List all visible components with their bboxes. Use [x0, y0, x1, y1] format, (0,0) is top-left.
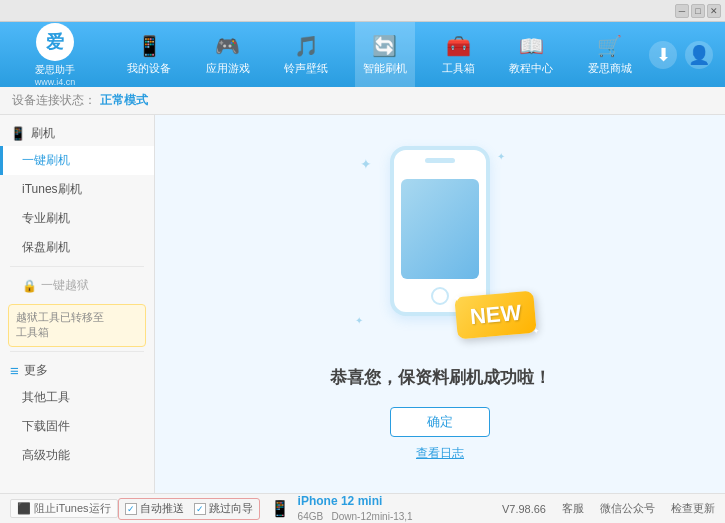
nav-tutorial[interactable]: 📖 教程中心 — [501, 22, 561, 87]
nav-mall[interactable]: 🛒 爱思商城 — [580, 22, 640, 87]
bottom-right: V7.98.66 客服 微信公众号 检查更新 — [502, 501, 715, 516]
sparkle-1: ✦ — [360, 156, 372, 172]
sidebar-item-pro-flash[interactable]: 专业刷机 — [0, 204, 154, 233]
minimize-btn[interactable]: ─ — [675, 4, 689, 18]
logo-icon: 爱 — [36, 23, 74, 61]
header: 爱 爱思助手 www.i4.cn 📱 我的设备 🎮 应用游戏 🎵 铃声壁纸 🔄 … — [0, 22, 725, 87]
toolbox-icon: 🧰 — [446, 34, 471, 58]
bottom-device: 📱 iPhone 12 mini 64GB Down-12mini-13,1 — [270, 494, 502, 523]
bottom-bar: ⬛ 阻止iTunes运行 ✓ 自动推送 ✓ 跳过向导 📱 iPhone 12 m… — [0, 493, 725, 523]
maximize-btn[interactable]: □ — [691, 4, 705, 18]
sidebar: 📱 刷机 一键刷机 iTunes刷机 专业刷机 保盘刷机 🔒 一键越狱 越狱工具… — [0, 115, 155, 493]
sparkle-2: ✦ — [497, 151, 505, 162]
close-btn[interactable]: ✕ — [707, 4, 721, 18]
phone-home-btn — [431, 287, 449, 305]
skip-wizard-box[interactable]: ✓ — [194, 503, 206, 515]
check-update-link[interactable]: 检查更新 — [671, 501, 715, 516]
device-info: iPhone 12 mini 64GB Down-12mini-13,1 — [298, 494, 413, 523]
sidebar-item-itunes-flash[interactable]: iTunes刷机 — [0, 175, 154, 204]
sidebar-section-more: ≡ 更多 — [0, 356, 154, 383]
auto-push-checkbox[interactable]: ✓ 自动推送 — [125, 501, 184, 516]
sidebar-item-one-click-flash[interactable]: 一键刷机 — [0, 146, 154, 175]
download-button[interactable]: ⬇ — [649, 41, 677, 69]
sidebar-item-jailbreak: 🔒 一键越狱 — [0, 271, 154, 300]
more-section-icon: ≡ — [10, 362, 19, 379]
sidebar-item-save-data-flash[interactable]: 保盘刷机 — [0, 233, 154, 262]
sparkle-3: ✦ — [355, 315, 363, 326]
logo-subtitle: 爱思助手 www.i4.cn — [35, 63, 76, 87]
phone-screen — [401, 179, 479, 279]
app-game-icon: 🎮 — [215, 34, 240, 58]
content-area: ✦ ✦ ✦ ✦ NEW ✦ 恭喜您，保资料刷机成功啦！ 确定 查看日志 — [155, 115, 725, 493]
nav-toolbox[interactable]: 🧰 工具箱 — [434, 22, 483, 87]
device-icon: 📱 — [270, 499, 290, 518]
flash-section-icon: 📱 — [10, 126, 26, 141]
success-text: 恭喜您，保资料刷机成功啦！ — [330, 366, 551, 389]
new-badge: ✦ NEW ✦ — [454, 291, 537, 340]
nav-bar: 📱 我的设备 🎮 应用游戏 🎵 铃声壁纸 🔄 智能刷机 🧰 工具箱 📖 教程中心… — [110, 22, 649, 87]
nav-ringtone[interactable]: 🎵 铃声壁纸 — [276, 22, 336, 87]
bottom-checkboxes: ✓ 自动推送 ✓ 跳过向导 — [118, 498, 260, 520]
stop-icon: ⬛ — [17, 502, 31, 515]
nav-smart-flash[interactable]: 🔄 智能刷机 — [355, 22, 415, 87]
nav-app-game[interactable]: 🎮 应用游戏 — [198, 22, 258, 87]
wechat-link[interactable]: 微信公众号 — [600, 501, 655, 516]
sidebar-divider-1 — [10, 266, 144, 267]
version-label: V7.98.66 — [502, 503, 546, 515]
logo-area: 爱 爱思助手 www.i4.cn — [0, 22, 110, 87]
sidebar-divider-2 — [10, 351, 144, 352]
sidebar-item-download-firmware[interactable]: 下载固件 — [0, 412, 154, 441]
status-bar: 设备连接状态： 正常模式 — [0, 87, 725, 115]
skip-wizard-checkbox[interactable]: ✓ 跳过向导 — [194, 501, 253, 516]
view-log-link[interactable]: 查看日志 — [416, 445, 464, 462]
mall-icon: 🛒 — [597, 34, 622, 58]
sidebar-item-other-tools[interactable]: 其他工具 — [0, 383, 154, 412]
my-device-icon: 📱 — [137, 34, 162, 58]
title-bar: ─ □ ✕ — [0, 0, 725, 22]
customer-service-link[interactable]: 客服 — [562, 501, 584, 516]
smart-flash-icon: 🔄 — [372, 34, 397, 58]
phone-illustration: ✦ ✦ ✦ ✦ NEW ✦ — [350, 146, 530, 346]
phone-speaker — [425, 158, 455, 163]
nav-right: ⬇ 👤 — [649, 41, 725, 69]
confirm-button[interactable]: 确定 — [390, 407, 490, 437]
sidebar-warning-box: 越狱工具已转移至工具箱 — [8, 304, 146, 347]
badge-star-2: ✦ — [532, 326, 540, 336]
phone-body — [390, 146, 490, 316]
badge-star-1: ✦ — [452, 292, 461, 304]
stop-itunes-btn[interactable]: ⬛ 阻止iTunes运行 — [10, 499, 118, 518]
sidebar-item-advanced[interactable]: 高级功能 — [0, 441, 154, 470]
user-button[interactable]: 👤 — [685, 41, 713, 69]
sidebar-section-flash: 📱 刷机 — [0, 119, 154, 146]
main-content: 📱 刷机 一键刷机 iTunes刷机 专业刷机 保盘刷机 🔒 一键越狱 越狱工具… — [0, 115, 725, 493]
ringtone-icon: 🎵 — [294, 34, 319, 58]
nav-my-device[interactable]: 📱 我的设备 — [119, 22, 179, 87]
tutorial-icon: 📖 — [519, 34, 544, 58]
auto-push-box[interactable]: ✓ — [125, 503, 137, 515]
lock-icon: 🔒 — [22, 279, 37, 293]
